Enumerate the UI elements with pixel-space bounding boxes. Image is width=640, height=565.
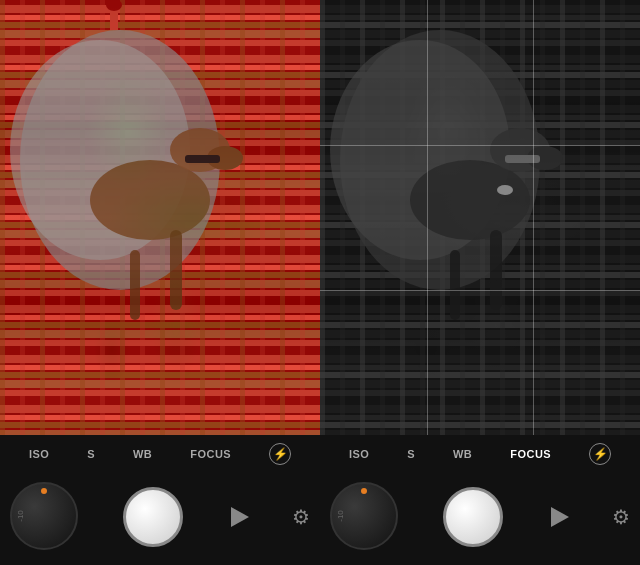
color-controls-bar: ISO S WB FOCUS ⚡ -10 ⚙ xyxy=(0,435,320,565)
svg-rect-41 xyxy=(450,250,460,320)
color-dial-dot xyxy=(41,488,47,494)
bw-wb-label: WB xyxy=(453,448,472,460)
svg-point-39 xyxy=(497,185,513,195)
bw-flash-button[interactable]: ⚡ xyxy=(589,443,611,465)
bw-play-button[interactable] xyxy=(551,507,569,527)
color-dial[interactable]: -10 xyxy=(10,482,80,552)
color-s-label: S xyxy=(87,448,95,460)
color-gear-button[interactable]: ⚙ xyxy=(292,505,310,529)
svg-point-36 xyxy=(410,160,530,240)
color-focus-label[interactable]: FOCUS xyxy=(190,448,231,460)
svg-rect-42 xyxy=(505,155,540,163)
color-viewfinder xyxy=(0,0,320,435)
bw-gear-button[interactable]: ⚙ xyxy=(612,505,630,529)
bw-bottom-controls: -10 ⚙ xyxy=(320,469,640,565)
svg-rect-17 xyxy=(170,230,182,310)
svg-rect-40 xyxy=(490,230,502,310)
color-flash-button[interactable]: ⚡ xyxy=(269,443,291,465)
bw-controls-bar: ISO S WB FOcUS ⚡ -10 ⚙ xyxy=(320,435,640,565)
bw-dial[interactable]: -10 xyxy=(330,482,400,552)
color-wb-label: WB xyxy=(133,448,152,460)
color-dial-label: -10 xyxy=(16,510,25,522)
color-iso-label: ISO xyxy=(29,448,49,460)
color-bottom-controls: -10 ⚙ xyxy=(0,469,320,565)
bw-dial-dot xyxy=(361,488,367,494)
bw-top-controls: ISO S WB FOcUS ⚡ xyxy=(320,435,640,469)
bw-iso-label: ISO xyxy=(349,448,369,460)
svg-rect-19 xyxy=(185,155,220,163)
bw-s-label: S xyxy=(407,448,415,460)
bw-camera-panel: ISO S WB FOcUS ⚡ -10 ⚙ xyxy=(320,0,640,565)
color-top-controls: ISO S WB FOCUS ⚡ xyxy=(0,435,320,469)
bw-dial-label: -10 xyxy=(336,510,345,522)
bw-shutter-button[interactable] xyxy=(443,487,503,547)
color-camera-panel: ISO S WB FOCUS ⚡ -10 ⚙ xyxy=(0,0,320,565)
color-play-button[interactable] xyxy=(231,507,249,527)
color-shutter-button[interactable] xyxy=(123,487,183,547)
bw-viewfinder xyxy=(320,0,640,435)
svg-point-14 xyxy=(90,160,210,240)
bw-focus-label[interactable]: FOcUS xyxy=(510,448,551,460)
svg-rect-18 xyxy=(130,250,140,320)
